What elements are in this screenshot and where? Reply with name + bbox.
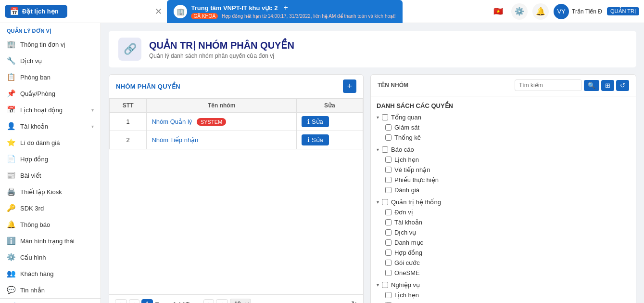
sidebar-section-title: QUẢN LÝ ĐƠN VỊ: [0, 23, 101, 36]
edit-button-1[interactable]: ℹ Sửa: [302, 116, 329, 127]
sidebar-item-thongbao[interactable]: 🔔 Thông báo: [0, 216, 101, 233]
perm-checkbox-dichvu[interactable]: [385, 229, 391, 236]
settings-btn[interactable]: ⚙️: [511, 3, 528, 20]
sidebar-item-label: Lịch hoạt động: [20, 106, 87, 114]
perm-section-title: DANH SÁCH CÁC QUYỀN: [371, 98, 636, 111]
page-header: 🔗 QUẢN TRỊ NHÓM PHÂN QUYỀN Quản lý danh …: [109, 31, 636, 67]
sidebar-item-khachhang[interactable]: 👥 Khách hàng: [0, 265, 101, 282]
active-tab[interactable]: 🏢 Trung tâm VNPT-IT khu vực 2 + GÃ KHOÁ …: [167, 0, 402, 23]
perm-label: Hợp đồng: [394, 249, 422, 256]
news-icon: 📰: [7, 171, 15, 180]
perm-group-quantrihethong: ▾ Quản trị hệ thống Đơn vị Tài khoản: [371, 196, 636, 279]
refresh-button[interactable]: ↻: [351, 300, 357, 303]
sidebar-item-label: Thông tin đơn vị: [20, 41, 94, 48]
sidebar-item-label: Bài viết: [20, 172, 94, 179]
close-button[interactable]: ✕: [155, 6, 162, 17]
right-panel-header: TÊN NHÓM 🔍 ⊞ ↺: [371, 75, 636, 96]
gear-icon: ⚙️: [7, 253, 15, 262]
sidebar-item-thongtin[interactable]: 🏢 Thông tin đơn vị: [0, 36, 101, 53]
add-group-button[interactable]: +: [343, 79, 356, 93]
perm-checkbox-lichhen[interactable]: [385, 292, 391, 298]
edit-button-2[interactable]: ℹ Sửa: [302, 134, 329, 145]
sidebar-item-sdk[interactable]: 🔑 SDK 3rd: [0, 200, 101, 216]
notification-btn[interactable]: 🔔: [532, 3, 549, 20]
table-row: 2 Nhóm Tiếp nhận ℹ Sửa: [110, 131, 363, 149]
page-header-icon: 🔗: [118, 38, 141, 61]
star-icon: ⭐: [7, 138, 15, 147]
perm-checkbox-giamsat[interactable]: [385, 124, 391, 131]
sidebar-item-dichvu[interactable]: 🔧 Dịch vụ: [0, 53, 101, 69]
chevron-down-icon[interactable]: ▾: [377, 147, 379, 152]
perm-item-lichhen: Lịch hẹn: [371, 290, 636, 300]
reset-button[interactable]: ↺: [616, 80, 629, 91]
search-input[interactable]: [515, 79, 582, 91]
tab-badge: GÃ KHOÁ: [191, 13, 218, 19]
tab-add-btn[interactable]: +: [283, 3, 288, 12]
flag-btn[interactable]: 🇻🇳: [490, 3, 506, 20]
bell-icon: 🔔: [7, 220, 15, 229]
perm-checkbox-vetienhan[interactable]: [385, 167, 391, 173]
sidebar-item-hopdong[interactable]: 📄 Hợp đồng: [0, 151, 101, 167]
perm-group-header: ▾ Báo cáo: [371, 145, 636, 155]
page-subtitle: Quản lý danh sách nhóm phân quyền của đơ…: [149, 53, 294, 59]
sidebar-item-quayphong[interactable]: 📌 Quầy/Phòng: [0, 85, 101, 102]
info-icon: ℹ️: [7, 237, 15, 245]
user-icon: 👤: [7, 122, 15, 131]
perm-group-nghiepvu: ▾ Nghiệp vụ Lịch hẹn Kiosk: [371, 279, 636, 303]
perm-checkbox-quantrihethong[interactable]: [382, 199, 388, 205]
system-badge: SYSTEM: [197, 118, 226, 126]
perm-checkbox-hopdong[interactable]: [385, 250, 391, 256]
grid-button[interactable]: ⊞: [601, 80, 614, 91]
sidebar-item-phongban[interactable]: 📋 Phòng ban: [0, 69, 101, 85]
edit-icon: ℹ: [307, 118, 310, 125]
perm-label: Vé tiếp nhận: [394, 166, 430, 173]
prev-page-btn[interactable]: ‹: [129, 299, 139, 303]
chevron-down-icon[interactable]: ▾: [377, 115, 379, 120]
perm-item-danhgia: Đánh giá: [371, 185, 636, 195]
app-logo[interactable]: 📅 Đặt lịch hẹn: [5, 5, 67, 18]
perm-checkbox-nghiepvu[interactable]: [382, 282, 388, 288]
search-box: 🔍 ⊞ ↺: [515, 79, 629, 91]
perm-checkbox-phieuthuchien[interactable]: [385, 177, 391, 183]
sidebar-item-manhinhtt[interactable]: ℹ️ Màn hình trạng thái: [0, 233, 101, 249]
page-header-text: QUẢN TRỊ NHÓM PHÂN QUYỀN Quản lý danh sá…: [149, 40, 294, 59]
perm-checkbox-tongquan[interactable]: [382, 114, 388, 120]
perm-checkbox-danhgia[interactable]: [385, 187, 391, 193]
col-name: Tên nhóm: [147, 99, 296, 113]
perm-checkbox-danhmuc[interactable]: [385, 239, 391, 246]
perm-item-taikhoan: Tài khoản: [371, 217, 636, 227]
perm-checkbox-donvi[interactable]: [385, 209, 391, 215]
printer-icon: 🖨️: [7, 187, 15, 196]
perm-label: Phiếu thực hiện: [394, 176, 439, 184]
sidebar-item-kiosk[interactable]: 🖨️ Thiết lập Kiosk: [0, 184, 101, 200]
perm-checkbox-lichhenbcao[interactable]: [385, 157, 391, 163]
sidebar-item-cauhinh[interactable]: ⚙️ Cấu hình: [0, 249, 101, 265]
current-page-btn[interactable]: 1: [141, 299, 153, 303]
sidebar-item-baiviet[interactable]: 📰 Bài viết: [0, 167, 101, 184]
sidebar-item-lichhoatdong[interactable]: 📅 Lịch hoạt động ▾: [0, 102, 101, 118]
sidebar-item-lidodanhgia[interactable]: ⭐ Lí do đánh giá: [0, 134, 101, 151]
sidebar-item-label: Tài khoản: [20, 123, 87, 130]
chevron-down-icon[interactable]: ▾: [377, 282, 379, 288]
search-button[interactable]: 🔍: [584, 80, 599, 91]
perm-checkbox-baocao[interactable]: [382, 146, 388, 153]
sidebar-item-tinnhan[interactable]: 💬 Tin nhắn: [0, 282, 101, 298]
first-page-btn[interactable]: «: [115, 299, 127, 303]
sidebar-item-taikhoan[interactable]: 👤 Tài khoản ▾: [0, 118, 101, 134]
per-page-select[interactable]: 10 20 50: [230, 299, 251, 303]
perm-label: Báo cáo: [391, 146, 414, 153]
sidebar-item-label: Phòng ban: [20, 74, 94, 81]
perm-label: Tài khoản: [394, 219, 422, 226]
perm-checkbox-goicuoc[interactable]: [385, 260, 391, 266]
perm-checkbox-taikhoan[interactable]: [385, 219, 391, 225]
key-icon: 🔑: [7, 204, 15, 212]
perm-checkbox-thongke[interactable]: [385, 134, 391, 141]
chevron-down-icon[interactable]: ▾: [377, 199, 379, 205]
last-page-btn[interactable]: »: [216, 299, 228, 303]
perm-item-dichvu: Dịch vụ: [371, 227, 636, 237]
perm-checkbox-onesme[interactable]: [385, 270, 391, 276]
sidebar-item-label: Tin nhắn: [20, 287, 94, 294]
next-page-btn[interactable]: ›: [203, 299, 214, 303]
perm-item-donvi: Đơn vị: [371, 207, 636, 217]
perm-item-vetienhan: Vé tiếp nhận: [371, 165, 636, 175]
